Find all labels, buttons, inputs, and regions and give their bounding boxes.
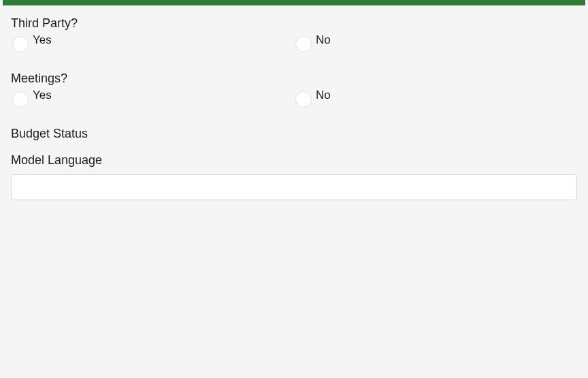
accent-bar xyxy=(3,0,585,5)
third-party-group: Third Party? Yes No xyxy=(11,16,577,52)
third-party-yes-option: Yes xyxy=(11,35,294,52)
meetings-yes-radio[interactable] xyxy=(12,91,29,108)
meetings-yes-option: Yes xyxy=(11,90,294,108)
meetings-no-label: No xyxy=(316,89,331,102)
third-party-no-option: No xyxy=(294,35,577,52)
third-party-options: Yes No xyxy=(11,35,577,52)
meetings-yes-label: Yes xyxy=(33,89,52,102)
budget-status-label: Budget Status xyxy=(11,127,577,141)
meetings-label: Meetings? xyxy=(11,72,577,86)
model-language-label: Model Language xyxy=(11,153,577,168)
meetings-no-option: No xyxy=(294,90,577,108)
budget-status-group: Budget Status xyxy=(11,127,577,141)
form-panel: Third Party? Yes No Meetings? Yes xyxy=(3,0,585,227)
third-party-yes-radio[interactable] xyxy=(12,36,29,52)
model-language-input[interactable] xyxy=(11,174,577,200)
third-party-no-radio[interactable] xyxy=(295,36,312,52)
meetings-group: Meetings? Yes No xyxy=(11,72,577,108)
third-party-label: Third Party? xyxy=(11,16,577,31)
third-party-yes-label: Yes xyxy=(33,33,52,47)
form-content: Third Party? Yes No Meetings? Yes xyxy=(3,5,585,227)
meetings-no-radio[interactable] xyxy=(295,91,312,108)
model-language-group: Model Language xyxy=(11,153,577,200)
third-party-no-label: No xyxy=(316,33,331,47)
meetings-options: Yes No xyxy=(11,90,577,108)
